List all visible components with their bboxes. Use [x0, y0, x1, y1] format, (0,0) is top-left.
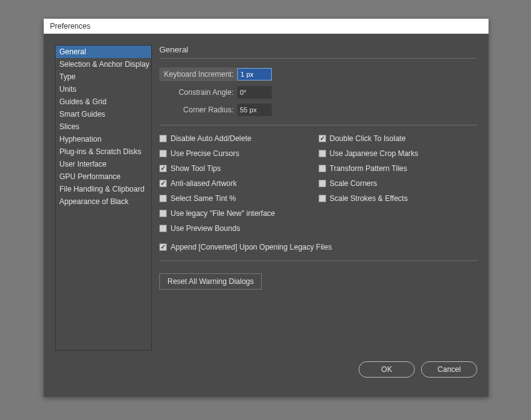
- checkbox-icon: [159, 165, 167, 172]
- checkbox-label: Select Same Tint %: [171, 194, 236, 203]
- divider: [159, 260, 477, 261]
- checkbox-icon: [159, 135, 167, 142]
- checkbox-label: Use legacy "File New" interface: [171, 209, 275, 218]
- checkbox-columns: Disable Auto Add/DeleteUse Precise Curso…: [159, 134, 477, 239]
- checkbox-scale-corners[interactable]: Scale Corners: [319, 179, 478, 188]
- sidebar-item-slices[interactable]: Slices: [56, 120, 151, 133]
- append-legacy-checkbox[interactable]: Append [Converted] Upon Opening Legacy F…: [159, 243, 477, 252]
- checkbox-label: Scale Corners: [330, 179, 377, 188]
- checkbox-anti-aliased-artwork[interactable]: Anti-aliased Artwork: [159, 179, 319, 188]
- checkbox-label: Transform Pattern Tiles: [330, 164, 407, 173]
- constrain-angle-label: Constrain Angle:: [159, 88, 237, 97]
- corner-radius-label: Corner Radius:: [159, 105, 237, 114]
- sidebar-item-type[interactable]: Type: [56, 71, 151, 83]
- corner-radius-field: Corner Radius:: [159, 104, 477, 116]
- checkbox-icon: [159, 243, 167, 251]
- checkbox-column-left: Disable Auto Add/DeleteUse Precise Curso…: [159, 134, 319, 239]
- panel-title: General: [159, 45, 477, 59]
- checkbox-label: Scale Strokes & Effects: [330, 194, 408, 203]
- checkbox-label: Use Precise Cursors: [171, 149, 239, 158]
- checkbox-label: Use Preview Bounds: [171, 224, 240, 233]
- checkbox-use-legacy-file-new-interface[interactable]: Use legacy "File New" interface: [159, 209, 319, 218]
- ok-button[interactable]: OK: [359, 361, 415, 378]
- divider: [159, 125, 477, 125]
- keyboard-increment-field: Keyboard Increment:: [159, 67, 477, 81]
- reset-warnings-button[interactable]: Reset All Warning Dialogs: [159, 273, 262, 290]
- dialog-body: GeneralSelection & Anchor DisplayTypeUni…: [44, 34, 489, 361]
- checkbox-double-click-to-isolate[interactable]: Double Click To Isolate: [319, 134, 478, 143]
- window-title: Preferences: [50, 22, 91, 31]
- sidebar-item-hyphenation[interactable]: Hyphenation: [56, 133, 151, 145]
- keyboard-increment-label: Keyboard Increment:: [159, 67, 237, 81]
- sidebar-item-units[interactable]: Units: [56, 83, 151, 95]
- checkbox-icon: [159, 195, 167, 202]
- checkbox-label: Use Japanese Crop Marks: [330, 149, 419, 158]
- dialog-footer: OK Cancel: [44, 361, 489, 389]
- checkbox-icon: [159, 210, 167, 217]
- checkbox-label: Disable Auto Add/Delete: [171, 134, 251, 143]
- sidebar-item-user-interface[interactable]: User Interface: [56, 158, 151, 170]
- sidebar-item-smart-guides[interactable]: Smart Guides: [56, 108, 151, 120]
- sidebar-item-selection-anchor-display[interactable]: Selection & Anchor Display: [56, 58, 151, 71]
- sidebar: GeneralSelection & Anchor DisplayTypeUni…: [55, 45, 152, 351]
- keyboard-increment-input[interactable]: [237, 68, 272, 81]
- corner-radius-input[interactable]: [237, 104, 272, 116]
- checkbox-icon: [319, 165, 326, 172]
- checkbox-icon: [159, 180, 167, 187]
- checkbox-use-preview-bounds[interactable]: Use Preview Bounds: [159, 224, 319, 233]
- preferences-dialog: Preferences GeneralSelection & Anchor Di…: [44, 19, 489, 397]
- constrain-angle-input[interactable]: [237, 86, 272, 99]
- checkbox-show-tool-tips[interactable]: Show Tool Tips: [159, 164, 319, 173]
- checkbox-transform-pattern-tiles[interactable]: Transform Pattern Tiles: [319, 164, 478, 173]
- checkbox-disable-auto-add-delete[interactable]: Disable Auto Add/Delete: [159, 134, 319, 143]
- checkbox-column-right: Double Click To IsolateUse Japanese Crop…: [319, 134, 478, 239]
- checkbox-label: Show Tool Tips: [171, 164, 221, 173]
- checkbox-use-precise-cursors[interactable]: Use Precise Cursors: [159, 149, 319, 158]
- append-legacy-label: Append [Converted] Upon Opening Legacy F…: [171, 243, 332, 252]
- sidebar-item-general[interactable]: General: [56, 46, 151, 58]
- sidebar-item-file-handling-clipboard[interactable]: File Handling & Clipboard: [56, 183, 151, 195]
- titlebar: Preferences: [44, 19, 489, 34]
- checkbox-select-same-tint-[interactable]: Select Same Tint %: [159, 194, 319, 203]
- sidebar-item-guides-grid[interactable]: Guides & Grid: [56, 95, 151, 108]
- checkbox-label: Anti-aliased Artwork: [171, 179, 237, 188]
- checkbox-use-japanese-crop-marks[interactable]: Use Japanese Crop Marks: [319, 149, 478, 158]
- checkbox-icon: [319, 150, 326, 157]
- checkbox-icon: [159, 225, 167, 232]
- checkbox-icon: [319, 180, 326, 187]
- checkbox-label: Double Click To Isolate: [330, 134, 406, 143]
- sidebar-item-plug-ins-scratch-disks[interactable]: Plug-ins & Scratch Disks: [56, 145, 151, 158]
- constrain-angle-field: Constrain Angle:: [159, 86, 477, 99]
- cancel-button[interactable]: Cancel: [421, 361, 477, 378]
- main-panel: General Keyboard Increment: Constrain An…: [152, 45, 477, 355]
- checkbox-icon: [319, 135, 326, 142]
- sidebar-item-gpu-performance[interactable]: GPU Performance: [56, 170, 151, 183]
- checkbox-scale-strokes-effects[interactable]: Scale Strokes & Effects: [319, 194, 478, 203]
- sidebar-item-appearance-of-black[interactable]: Appearance of Black: [56, 195, 151, 208]
- checkbox-icon: [159, 150, 167, 157]
- checkbox-icon: [319, 195, 326, 202]
